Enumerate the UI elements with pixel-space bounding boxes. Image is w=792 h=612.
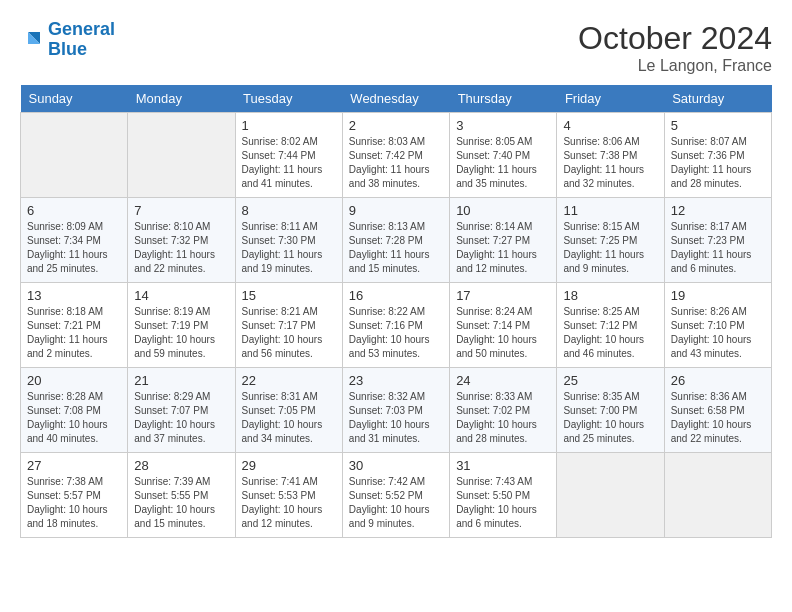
calendar-week-2: 6Sunrise: 8:09 AM Sunset: 7:34 PM Daylig… bbox=[21, 198, 772, 283]
day-info: Sunrise: 8:31 AM Sunset: 7:05 PM Dayligh… bbox=[242, 390, 336, 446]
calendar-week-4: 20Sunrise: 8:28 AM Sunset: 7:08 PM Dayli… bbox=[21, 368, 772, 453]
calendar-cell: 18Sunrise: 8:25 AM Sunset: 7:12 PM Dayli… bbox=[557, 283, 664, 368]
day-number: 21 bbox=[134, 373, 228, 388]
day-number: 5 bbox=[671, 118, 765, 133]
location: Le Langon, France bbox=[578, 57, 772, 75]
calendar-week-5: 27Sunrise: 7:38 AM Sunset: 5:57 PM Dayli… bbox=[21, 453, 772, 538]
day-number: 24 bbox=[456, 373, 550, 388]
calendar-cell: 22Sunrise: 8:31 AM Sunset: 7:05 PM Dayli… bbox=[235, 368, 342, 453]
calendar-cell: 19Sunrise: 8:26 AM Sunset: 7:10 PM Dayli… bbox=[664, 283, 771, 368]
calendar-cell: 6Sunrise: 8:09 AM Sunset: 7:34 PM Daylig… bbox=[21, 198, 128, 283]
col-monday: Monday bbox=[128, 85, 235, 113]
day-number: 9 bbox=[349, 203, 443, 218]
calendar-cell: 26Sunrise: 8:36 AM Sunset: 6:58 PM Dayli… bbox=[664, 368, 771, 453]
calendar-cell: 10Sunrise: 8:14 AM Sunset: 7:27 PM Dayli… bbox=[450, 198, 557, 283]
day-number: 26 bbox=[671, 373, 765, 388]
day-number: 3 bbox=[456, 118, 550, 133]
day-number: 30 bbox=[349, 458, 443, 473]
day-info: Sunrise: 8:22 AM Sunset: 7:16 PM Dayligh… bbox=[349, 305, 443, 361]
calendar-cell: 1Sunrise: 8:02 AM Sunset: 7:44 PM Daylig… bbox=[235, 113, 342, 198]
header-row: Sunday Monday Tuesday Wednesday Thursday… bbox=[21, 85, 772, 113]
day-info: Sunrise: 8:07 AM Sunset: 7:36 PM Dayligh… bbox=[671, 135, 765, 191]
calendar-cell: 29Sunrise: 7:41 AM Sunset: 5:53 PM Dayli… bbox=[235, 453, 342, 538]
calendar-header: Sunday Monday Tuesday Wednesday Thursday… bbox=[21, 85, 772, 113]
day-info: Sunrise: 8:15 AM Sunset: 7:25 PM Dayligh… bbox=[563, 220, 657, 276]
col-thursday: Thursday bbox=[450, 85, 557, 113]
calendar-cell: 15Sunrise: 8:21 AM Sunset: 7:17 PM Dayli… bbox=[235, 283, 342, 368]
calendar-table: Sunday Monday Tuesday Wednesday Thursday… bbox=[20, 85, 772, 538]
day-info: Sunrise: 8:26 AM Sunset: 7:10 PM Dayligh… bbox=[671, 305, 765, 361]
day-number: 4 bbox=[563, 118, 657, 133]
calendar-cell: 23Sunrise: 8:32 AM Sunset: 7:03 PM Dayli… bbox=[342, 368, 449, 453]
calendar-cell bbox=[128, 113, 235, 198]
calendar-body: 1Sunrise: 8:02 AM Sunset: 7:44 PM Daylig… bbox=[21, 113, 772, 538]
day-info: Sunrise: 8:35 AM Sunset: 7:00 PM Dayligh… bbox=[563, 390, 657, 446]
calendar-cell: 16Sunrise: 8:22 AM Sunset: 7:16 PM Dayli… bbox=[342, 283, 449, 368]
day-info: Sunrise: 8:09 AM Sunset: 7:34 PM Dayligh… bbox=[27, 220, 121, 276]
day-number: 18 bbox=[563, 288, 657, 303]
day-number: 1 bbox=[242, 118, 336, 133]
day-info: Sunrise: 7:43 AM Sunset: 5:50 PM Dayligh… bbox=[456, 475, 550, 531]
day-number: 6 bbox=[27, 203, 121, 218]
day-info: Sunrise: 8:18 AM Sunset: 7:21 PM Dayligh… bbox=[27, 305, 121, 361]
month-title: October 2024 bbox=[578, 20, 772, 57]
calendar-cell: 11Sunrise: 8:15 AM Sunset: 7:25 PM Dayli… bbox=[557, 198, 664, 283]
day-number: 13 bbox=[27, 288, 121, 303]
calendar-cell: 25Sunrise: 8:35 AM Sunset: 7:00 PM Dayli… bbox=[557, 368, 664, 453]
day-info: Sunrise: 7:42 AM Sunset: 5:52 PM Dayligh… bbox=[349, 475, 443, 531]
calendar-cell: 2Sunrise: 8:03 AM Sunset: 7:42 PM Daylig… bbox=[342, 113, 449, 198]
day-info: Sunrise: 8:32 AM Sunset: 7:03 PM Dayligh… bbox=[349, 390, 443, 446]
calendar-cell bbox=[21, 113, 128, 198]
day-info: Sunrise: 8:33 AM Sunset: 7:02 PM Dayligh… bbox=[456, 390, 550, 446]
day-number: 10 bbox=[456, 203, 550, 218]
calendar-cell: 31Sunrise: 7:43 AM Sunset: 5:50 PM Dayli… bbox=[450, 453, 557, 538]
calendar-cell: 3Sunrise: 8:05 AM Sunset: 7:40 PM Daylig… bbox=[450, 113, 557, 198]
day-number: 20 bbox=[27, 373, 121, 388]
calendar-cell: 9Sunrise: 8:13 AM Sunset: 7:28 PM Daylig… bbox=[342, 198, 449, 283]
day-info: Sunrise: 7:41 AM Sunset: 5:53 PM Dayligh… bbox=[242, 475, 336, 531]
calendar-cell: 27Sunrise: 7:38 AM Sunset: 5:57 PM Dayli… bbox=[21, 453, 128, 538]
day-info: Sunrise: 8:14 AM Sunset: 7:27 PM Dayligh… bbox=[456, 220, 550, 276]
calendar-cell: 13Sunrise: 8:18 AM Sunset: 7:21 PM Dayli… bbox=[21, 283, 128, 368]
col-friday: Friday bbox=[557, 85, 664, 113]
day-number: 17 bbox=[456, 288, 550, 303]
day-info: Sunrise: 8:11 AM Sunset: 7:30 PM Dayligh… bbox=[242, 220, 336, 276]
day-number: 7 bbox=[134, 203, 228, 218]
day-info: Sunrise: 8:06 AM Sunset: 7:38 PM Dayligh… bbox=[563, 135, 657, 191]
calendar-cell bbox=[557, 453, 664, 538]
day-info: Sunrise: 8:05 AM Sunset: 7:40 PM Dayligh… bbox=[456, 135, 550, 191]
calendar-cell: 30Sunrise: 7:42 AM Sunset: 5:52 PM Dayli… bbox=[342, 453, 449, 538]
day-info: Sunrise: 8:02 AM Sunset: 7:44 PM Dayligh… bbox=[242, 135, 336, 191]
day-info: Sunrise: 8:28 AM Sunset: 7:08 PM Dayligh… bbox=[27, 390, 121, 446]
day-info: Sunrise: 8:17 AM Sunset: 7:23 PM Dayligh… bbox=[671, 220, 765, 276]
day-number: 8 bbox=[242, 203, 336, 218]
day-number: 15 bbox=[242, 288, 336, 303]
day-number: 19 bbox=[671, 288, 765, 303]
day-info: Sunrise: 8:21 AM Sunset: 7:17 PM Dayligh… bbox=[242, 305, 336, 361]
day-number: 22 bbox=[242, 373, 336, 388]
calendar-cell: 8Sunrise: 8:11 AM Sunset: 7:30 PM Daylig… bbox=[235, 198, 342, 283]
title-area: October 2024 Le Langon, France bbox=[578, 20, 772, 75]
day-info: Sunrise: 8:36 AM Sunset: 6:58 PM Dayligh… bbox=[671, 390, 765, 446]
col-tuesday: Tuesday bbox=[235, 85, 342, 113]
day-number: 2 bbox=[349, 118, 443, 133]
day-info: Sunrise: 8:24 AM Sunset: 7:14 PM Dayligh… bbox=[456, 305, 550, 361]
day-number: 28 bbox=[134, 458, 228, 473]
calendar-cell: 17Sunrise: 8:24 AM Sunset: 7:14 PM Dayli… bbox=[450, 283, 557, 368]
logo-line1: General bbox=[48, 19, 115, 39]
day-info: Sunrise: 8:13 AM Sunset: 7:28 PM Dayligh… bbox=[349, 220, 443, 276]
calendar-cell: 21Sunrise: 8:29 AM Sunset: 7:07 PM Dayli… bbox=[128, 368, 235, 453]
day-info: Sunrise: 8:25 AM Sunset: 7:12 PM Dayligh… bbox=[563, 305, 657, 361]
day-number: 29 bbox=[242, 458, 336, 473]
calendar-cell: 7Sunrise: 8:10 AM Sunset: 7:32 PM Daylig… bbox=[128, 198, 235, 283]
day-number: 27 bbox=[27, 458, 121, 473]
col-saturday: Saturday bbox=[664, 85, 771, 113]
day-info: Sunrise: 8:10 AM Sunset: 7:32 PM Dayligh… bbox=[134, 220, 228, 276]
calendar-cell: 20Sunrise: 8:28 AM Sunset: 7:08 PM Dayli… bbox=[21, 368, 128, 453]
day-number: 25 bbox=[563, 373, 657, 388]
calendar-week-3: 13Sunrise: 8:18 AM Sunset: 7:21 PM Dayli… bbox=[21, 283, 772, 368]
calendar-cell bbox=[664, 453, 771, 538]
day-info: Sunrise: 7:38 AM Sunset: 5:57 PM Dayligh… bbox=[27, 475, 121, 531]
day-number: 16 bbox=[349, 288, 443, 303]
logo-icon bbox=[20, 28, 44, 52]
